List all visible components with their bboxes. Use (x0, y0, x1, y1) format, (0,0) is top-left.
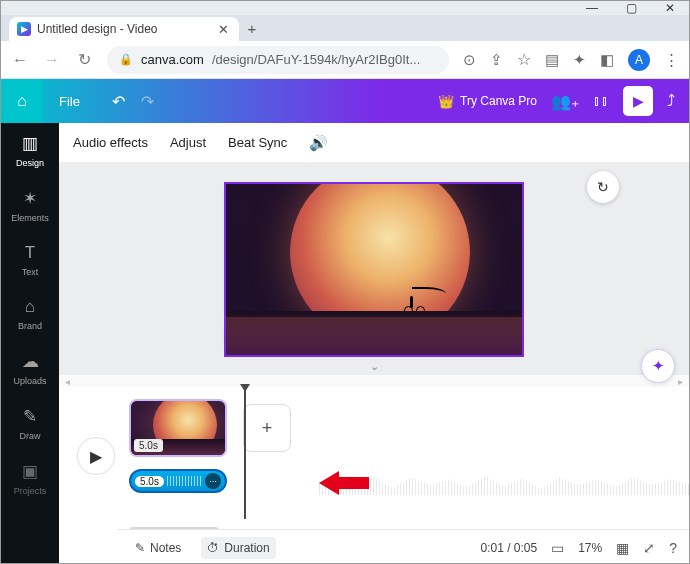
close-window-icon[interactable]: ✕ (665, 1, 675, 15)
audio-duration-badge: 5.0s (135, 476, 164, 487)
invite-icon[interactable]: 👥₊ (551, 92, 579, 111)
add-page-button[interactable]: + (243, 404, 291, 452)
timer-icon: ⏱ (207, 541, 219, 555)
present-button[interactable]: ▶ (623, 86, 653, 116)
help-icon[interactable]: ? (669, 540, 677, 556)
sidebar-item-brand[interactable]: ⌂Brand (1, 287, 59, 341)
cycle-icon: ↻ (597, 179, 609, 195)
waveform-icon (167, 476, 202, 486)
bookmark-icon[interactable]: ☆ (517, 50, 531, 69)
try-pro-button[interactable]: 👑 Try Canva Pro (438, 94, 537, 109)
draw-icon: ✎ (23, 406, 37, 427)
clip-duration-badge: 5.0s (134, 439, 163, 452)
expand-up-icon[interactable]: ⌄ (370, 360, 379, 373)
speaker-icon[interactable]: 🔊 (309, 134, 328, 152)
extensions-icon[interactable]: ✦ (573, 51, 586, 69)
fit-icon[interactable]: ▭ (551, 540, 564, 556)
time-position: 0:01 / 0:05 (480, 541, 537, 555)
redo-button[interactable]: ↷ (141, 92, 154, 111)
sidebar-item-uploads[interactable]: ☁Uploads (1, 341, 59, 396)
undo-button[interactable]: ↶ (112, 92, 125, 111)
close-tab-icon[interactable]: ✕ (218, 22, 229, 37)
design-icon: ▥ (22, 133, 38, 154)
browser-tabstrip: ▶ Untitled design - Video ✕ + (1, 15, 689, 41)
home-button[interactable]: ⌂ (1, 79, 43, 123)
url-path: /design/DAFuY-1594k/hyAr2IBg0It... (212, 52, 420, 67)
window-titlebar: — ▢ ✕ (1, 1, 689, 15)
track-waveform (319, 473, 689, 495)
minimize-icon[interactable]: — (586, 1, 598, 15)
url-input[interactable]: 🔒 canva.com /design/DAFuY-1594k/hyAr2IBg… (107, 46, 449, 74)
regenerate-button[interactable]: ↻ (587, 171, 619, 203)
magic-button[interactable]: ✦ (641, 349, 675, 383)
notes-icon: ✎ (135, 541, 145, 555)
notes-button[interactable]: ✎Notes (129, 537, 187, 559)
canvas-stage[interactable]: ↻ ✦ ⌄ (59, 163, 689, 375)
sidebar-item-text[interactable]: TText (1, 233, 59, 287)
adjust-button[interactable]: Adjust (170, 135, 206, 150)
audio-clip[interactable]: 5.0s ⋯ (129, 469, 227, 493)
grid-view-icon[interactable]: ▦ (616, 540, 629, 556)
timeline-clip[interactable]: 5.0s (129, 399, 227, 457)
reload-button[interactable]: ↻ (75, 50, 93, 69)
lock-icon: 🔒 (119, 53, 133, 66)
beat-sync-button[interactable]: Beat Sync (228, 135, 287, 150)
footer-bar: ✎Notes ⏱Duration 0:01 / 0:05 ▭ 17% ▦ ⤢ ? (117, 529, 689, 564)
tab-title: Untitled design - Video (37, 22, 158, 36)
duration-button[interactable]: ⏱Duration (201, 537, 275, 559)
context-toolbar: Audio effects Adjust Beat Sync 🔊 (59, 123, 689, 163)
browser-address-bar: ← → ↻ 🔒 canva.com /design/DAFuY-1594k/hy… (1, 41, 689, 79)
brand-icon: ⌂ (25, 297, 35, 317)
app-topbar: ⌂ File ↶ ↷ 👑 Try Canva Pro 👥₊ ⫾⫾ ▶ ⤴ (1, 79, 689, 123)
sidebar-item-draw[interactable]: ✎Draw (1, 396, 59, 451)
fullscreen-icon[interactable]: ⤢ (643, 540, 655, 556)
url-domain: canva.com (141, 52, 204, 67)
zoom-level: 17% (578, 541, 602, 555)
sidebar-item-elements[interactable]: ✶Elements (1, 178, 59, 233)
home-icon: ⌂ (17, 92, 27, 110)
browser-menu-icon[interactable]: ⋮ (664, 51, 679, 69)
sidepanel-icon[interactable]: ◧ (600, 51, 614, 69)
svg-marker-0 (319, 471, 369, 495)
tool-sidebar: ▥Design ✶Elements TText ⌂Brand ☁Uploads … (1, 123, 59, 564)
sidebar-item-projects[interactable]: ▣Projects (1, 451, 59, 506)
share-icon[interactable]: ⇪ (490, 51, 503, 69)
projects-icon: ▣ (22, 461, 38, 482)
video-frame[interactable] (224, 182, 524, 357)
profile-avatar[interactable]: A (628, 49, 650, 71)
play-button[interactable]: ▶ (77, 437, 115, 475)
browser-tab[interactable]: ▶ Untitled design - Video ✕ (9, 17, 239, 41)
export-icon[interactable]: ⤴ (667, 92, 675, 110)
uploads-icon: ☁ (22, 351, 39, 372)
undo-redo: ↶ ↷ (96, 92, 170, 111)
sidebar-item-design[interactable]: ▥Design (1, 123, 59, 178)
maximize-icon[interactable]: ▢ (626, 1, 637, 15)
blue-square-icon: ▶ (17, 22, 31, 36)
analytics-icon[interactable]: ⫾⫾ (593, 92, 609, 110)
text-icon: T (25, 243, 35, 263)
clip-menu-button[interactable]: ⋯ (205, 473, 221, 489)
forward-button[interactable]: → (43, 51, 61, 69)
annotation-arrow (319, 470, 369, 496)
audio-effects-button[interactable]: Audio effects (73, 135, 148, 150)
crown-icon: 👑 (438, 94, 454, 109)
new-tab-button[interactable]: + (239, 15, 265, 41)
elements-icon: ✶ (23, 188, 37, 209)
timeline-playhead[interactable] (244, 387, 246, 519)
file-menu[interactable]: File (43, 79, 96, 123)
stage-scrollbar[interactable]: ◂▸ (59, 375, 689, 387)
sparkle-icon: ✦ (652, 357, 665, 375)
readmode-icon[interactable]: ▤ (545, 51, 559, 69)
try-pro-label: Try Canva Pro (460, 94, 537, 108)
back-button[interactable]: ← (11, 51, 29, 69)
search-icon[interactable]: ⊙ (463, 51, 476, 69)
